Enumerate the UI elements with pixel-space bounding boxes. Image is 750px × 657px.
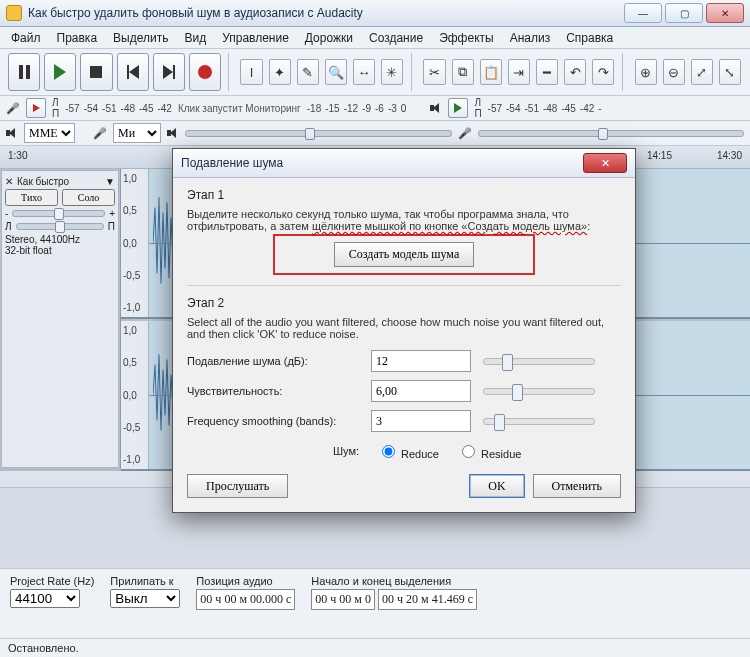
dialog-title: Подавление шума [181,156,283,170]
snap-label: Прилипать к [110,575,180,587]
play-tick-lp: ЛП [474,97,481,119]
track-format: Stereo, 44100Hz [5,234,115,245]
noise-reduction-dialog: Подавление шума ✕ Этап 1 Выделите нескол… [172,148,636,513]
smoothing-input[interactable] [371,410,471,432]
residue-radio[interactable]: Residue [457,442,521,460]
minimize-button[interactable]: — [624,3,662,23]
cancel-button[interactable]: Отменить [533,474,621,498]
rec-meter-toggle[interactable] [26,98,46,118]
snap-select[interactable]: Выкл [110,589,180,608]
sensitivity-label: Чувствительность: [187,385,359,397]
pause-button[interactable] [8,53,40,91]
reduce-radio[interactable]: Reduce [377,442,439,460]
selection-end-field[interactable]: 00 ч 20 м 41.469 с [378,589,477,610]
paste-icon[interactable]: 📋 [480,59,502,85]
mic-meter-icon[interactable]: 🎤 [6,102,20,115]
step2-text: Select all of the audio you want filtere… [187,316,621,340]
menu-generate[interactable]: Создание [362,29,430,47]
step1-heading: Этап 1 [187,188,621,202]
skip-start-button[interactable] [117,53,149,91]
project-rate-label: Project Rate (Hz) [10,575,94,587]
mic-device-icon: 🎤 [93,127,107,140]
timeshift-tool-icon[interactable]: ↔ [353,59,375,85]
pan-slider[interactable] [16,223,104,230]
play-meter-toggle[interactable] [448,98,468,118]
trim-icon[interactable]: ⇥ [508,59,530,85]
envelope-tool-icon[interactable]: ✦ [269,59,291,85]
amp-scale: 1,00,50,0-0,5-1,0 [121,169,149,317]
fit-project-icon[interactable]: ⤡ [719,59,741,85]
selection-tool-icon[interactable]: I [240,59,262,85]
host-select[interactable]: MME [24,123,75,143]
mic-device-select[interactable]: Ми [113,123,161,143]
play-meter-ticks: -57-54-51-48-45-42- [488,103,602,114]
host-icon [6,128,18,138]
sensitivity-input[interactable] [371,380,471,402]
output-volume-icon [167,128,179,138]
app-icon [6,5,22,21]
sensitivity-slider[interactable] [483,388,595,395]
track-name[interactable]: Как быстро [17,176,101,187]
noise-reduction-label: Подавление шума (дБ): [187,355,359,367]
smoothing-label: Frequency smoothing (bands): [187,415,359,427]
selection-label: Начало и конец выделения [311,575,477,587]
audio-position-label: Позиция аудио [196,575,295,587]
menu-edit[interactable]: Правка [50,29,105,47]
skip-end-button[interactable] [153,53,185,91]
cut-icon[interactable]: ✂ [423,59,445,85]
track-menu-icon[interactable]: ▼ [105,176,115,187]
draw-tool-icon[interactable]: ✎ [297,59,319,85]
noise-reduction-input[interactable] [371,350,471,372]
input-volume-slider[interactable] [478,130,745,137]
gain-slider[interactable] [12,210,105,217]
undo-icon[interactable]: ↶ [564,59,586,85]
redo-icon[interactable]: ↷ [592,59,614,85]
preview-button[interactable]: Прослушать [187,474,288,498]
fit-selection-icon[interactable]: ⤢ [691,59,713,85]
menu-transport[interactable]: Управление [215,29,296,47]
speaker-meter-icon[interactable] [430,103,442,113]
noise-radio-label: Шум: [187,445,359,457]
menubar: Файл Правка Выделить Вид Управление Доро… [0,27,750,49]
close-button[interactable]: ✕ [706,3,744,23]
window-title: Как быстро удалить фоновый шум в аудиоза… [28,6,618,20]
step1-text: Выделите несколько секунд только шума, т… [187,208,621,232]
rec-tick-label: ЛП [52,97,59,119]
menu-effects[interactable]: Эффекты [432,29,501,47]
stop-button[interactable] [80,53,112,91]
project-rate-select[interactable]: 44100 [10,589,80,608]
menu-tracks[interactable]: Дорожки [298,29,360,47]
get-noise-profile-button[interactable]: Создать модель шума [334,242,474,267]
rec-meter-ticks: -57-54-51-48-45-42 [65,103,172,114]
menu-select[interactable]: Выделить [106,29,175,47]
track-close-icon[interactable]: ✕ [5,176,13,187]
menu-file[interactable]: Файл [4,29,48,47]
rec-meter-hint[interactable]: Клик запустит Мониторинг [178,103,301,114]
noise-reduction-slider[interactable] [483,358,595,365]
zoom-tool-icon[interactable]: 🔍 [325,59,347,85]
solo-button[interactable]: Соло [62,189,115,206]
menu-view[interactable]: Вид [177,29,213,47]
mute-button[interactable]: Тихо [5,189,58,206]
maximize-button[interactable]: ▢ [665,3,703,23]
audio-position-field[interactable]: 00 ч 00 м 00.000 с [196,589,295,610]
input-volume-icon: 🎤 [458,127,472,140]
rec-meter-ticks2: -18-15-12-9-6-30 [307,103,407,114]
highlight-box: Создать модель шума [273,234,535,275]
track-bitdepth: 32-bit float [5,245,115,256]
ok-button[interactable]: OK [469,474,524,498]
silence-icon[interactable]: ━ [536,59,558,85]
multi-tool-icon[interactable]: ✳ [381,59,403,85]
zoom-in-icon[interactable]: ⊕ [635,59,657,85]
menu-help[interactable]: Справка [559,29,620,47]
play-button[interactable] [44,53,76,91]
record-button[interactable] [189,53,221,91]
step2-heading: Этап 2 [187,296,621,310]
dialog-close-button[interactable]: ✕ [583,153,627,173]
menu-analyze[interactable]: Анализ [503,29,558,47]
selection-start-field[interactable]: 00 ч 00 м 0 [311,589,375,610]
smoothing-slider[interactable] [483,418,595,425]
zoom-out-icon[interactable]: ⊖ [663,59,685,85]
output-volume-slider[interactable] [185,130,452,137]
copy-icon[interactable]: ⧉ [452,59,474,85]
